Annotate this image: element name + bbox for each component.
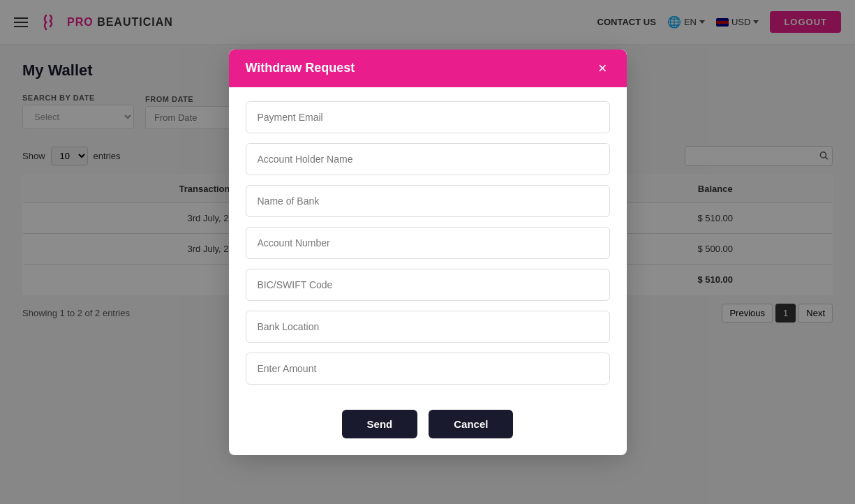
account-holder-name-input[interactable] bbox=[246, 143, 610, 175]
modal-header: Withdraw Request × bbox=[229, 50, 627, 87]
name-of-bank-input[interactable] bbox=[246, 185, 610, 217]
modal-overlay: Withdraw Request × Send Cancel bbox=[0, 0, 855, 504]
enter-amount-input[interactable] bbox=[246, 353, 610, 385]
send-button[interactable]: Send bbox=[342, 410, 418, 438]
account-number-input[interactable] bbox=[246, 227, 610, 259]
modal-body bbox=[229, 87, 627, 399]
bank-location-input[interactable] bbox=[246, 311, 610, 343]
modal-title: Withdraw Request bbox=[246, 61, 355, 75]
payment-email-input[interactable] bbox=[246, 101, 610, 133]
bic-swift-input[interactable] bbox=[246, 269, 610, 301]
cancel-button[interactable]: Cancel bbox=[429, 410, 513, 438]
withdraw-modal: Withdraw Request × Send Cancel bbox=[229, 50, 627, 455]
modal-close-button[interactable]: × bbox=[595, 61, 610, 76]
modal-footer: Send Cancel bbox=[229, 399, 627, 455]
